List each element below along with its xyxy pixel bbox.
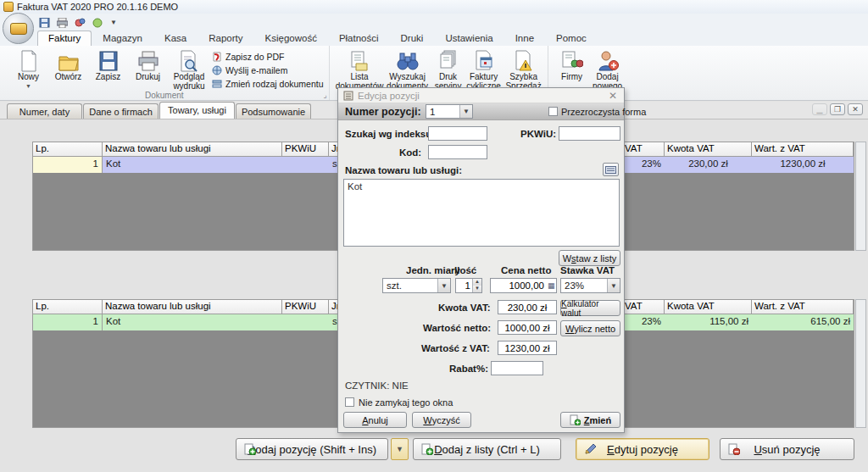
rabat-input[interactable]: [491, 361, 543, 375]
app-icon: [3, 2, 14, 12]
column-header-wart-z-vat[interactable]: Wart. z VAT: [752, 142, 854, 157]
style-brush-icon[interactable]: [75, 18, 86, 27]
quick-access-dropdown-icon[interactable]: ▼: [110, 19, 117, 26]
ilosc-input[interactable]: [456, 279, 472, 292]
zapisz-do-pdf-button[interactable]: Zapisz do PDF: [210, 51, 326, 63]
ribbon-tab-druki[interactable]: Druki: [390, 31, 435, 46]
zmien-button[interactable]: Zmień: [560, 412, 620, 428]
printer-icon: [137, 50, 159, 72]
wyczysc-button[interactable]: Wyczyść: [412, 412, 471, 428]
ribbon-tab-pomoc[interactable]: Pomoc: [545, 31, 598, 46]
otworz-button[interactable]: Otwórz: [48, 47, 88, 82]
tab-numer-daty[interactable]: Numer, daty: [7, 103, 82, 119]
ribbon-tab-kasa[interactable]: Kasa: [153, 31, 198, 46]
dodaj-pozycje-label: Dodaj pozycję (Shift + Ins): [248, 443, 376, 456]
column-header-pkwiu[interactable]: PKWiU: [282, 300, 329, 314]
column-header-pkwiu[interactable]: PKWiU: [282, 142, 329, 157]
help-icon[interactable]: [92, 18, 103, 27]
kod-input[interactable]: [428, 145, 487, 159]
mdi-close-button[interactable]: ✕: [848, 103, 863, 115]
ribbon-tab-platnosci[interactable]: Płatności: [328, 31, 390, 46]
wartosc-netto-label: Wartość netto:: [423, 323, 491, 333]
save-floppy-icon: [98, 50, 119, 72]
edytuj-pozycje-button[interactable]: Edytuj pozycję: [576, 438, 709, 460]
keyboard-button[interactable]: [603, 163, 619, 176]
wyszukaj-dokumenty-button[interactable]: Wyszukaj dokumenty: [383, 47, 432, 91]
zapisz-button[interactable]: Zapisz: [88, 47, 128, 82]
ribbon-tab-ustawienia[interactable]: Ustawienia: [434, 31, 504, 46]
edycja-pozycji-dialog: Edycja pozycji ✕ Numer pozycji: 1▼ Przez…: [337, 87, 625, 433]
column-header-vat[interactable]: VAT: [622, 142, 665, 157]
save-icon[interactable]: [39, 18, 50, 27]
upper-table-scrollbar[interactable]: [855, 142, 866, 251]
dodaj-z-listy-button[interactable]: Dodaj z listy (Ctrl + L): [413, 438, 561, 460]
calculator-mini-icon[interactable]: ▦: [548, 281, 555, 290]
quick-access-toolbar: ▼: [0, 14, 868, 31]
wyslij-emailem-label: Wyślij e-mailem: [225, 65, 287, 75]
szukaj-wg-indeksu-input[interactable]: [428, 126, 487, 141]
podglad-wydruku-label: Podgląd wydruku: [168, 73, 210, 91]
ribbon-tab-faktury[interactable]: Faktury: [37, 31, 92, 46]
column-header-kwota-vat[interactable]: Kwota VAT: [665, 142, 752, 157]
zmien-rodzaj-dokumentu-button[interactable]: Zmień rodzaj dokumentu: [210, 78, 326, 90]
print-icon[interactable]: [57, 18, 68, 27]
przezroczysta-forma-checkbox[interactable]: [548, 107, 558, 116]
nowy-dropdown-icon: ▼: [25, 83, 31, 89]
ribbon-tab-inne[interactable]: Inne: [504, 31, 545, 46]
mdi-restore-button[interactable]: ❐: [830, 103, 845, 115]
wartosc-z-vat-input[interactable]: [498, 341, 557, 355]
jedn-miary-select[interactable]: szt.▼: [382, 278, 451, 293]
faktury-cykliczne-button[interactable]: Faktury cykliczne: [465, 47, 504, 91]
ribbon-tab-raporty[interactable]: Raporty: [198, 31, 253, 46]
nowy-button[interactable]: Nowy ▼: [8, 47, 48, 89]
spinner-arrows-icon[interactable]: ▲▼: [472, 279, 481, 292]
ribbon-tab-ksiegowosc[interactable]: Księgowość: [254, 31, 328, 46]
nie-zamykaj-checkbox[interactable]: [345, 397, 354, 407]
dialog-titlebar[interactable]: Edycja pozycji ✕: [338, 88, 624, 103]
dodaj-pozycje-button[interactable]: Dodaj pozycję (Shift + Ins): [236, 438, 388, 460]
stawka-vat-select[interactable]: 23%▼: [560, 278, 620, 293]
column-header-lp[interactable]: Lp.: [33, 142, 103, 157]
tab-dane-o-firmach[interactable]: Dane o firmach: [83, 103, 159, 119]
column-header-vat[interactable]: VAT: [622, 300, 665, 314]
firmy-button[interactable]: Firmy: [555, 47, 589, 82]
application-menu-orb[interactable]: [3, 13, 34, 44]
edytuj-pozycje-label: Edytuj pozycję: [607, 443, 678, 456]
numer-pozycji-select[interactable]: 1▼: [426, 104, 473, 119]
wartosc-netto-input[interactable]: [498, 320, 557, 335]
dodaj-nowego-button[interactable]: Dodaj nowego: [589, 47, 626, 91]
column-header-nazwa[interactable]: Nazwa towaru lub usługi: [103, 300, 282, 314]
kwota-vat-input[interactable]: [498, 300, 557, 314]
nazwa-towaru-textarea[interactable]: Kot: [343, 179, 620, 247]
szybka-sprzedaz-button[interactable]: Szybka Sprzedaż: [504, 47, 544, 91]
tab-podsumowanie[interactable]: Podsumowanie: [236, 103, 311, 119]
ribbon-tab-magazyn[interactable]: Magazyn: [92, 31, 153, 46]
mdi-minimize-button[interactable]: ▁: [812, 103, 827, 115]
column-header-kwota-vat[interactable]: Kwota VAT: [665, 300, 752, 314]
chevron-down-icon: ▼: [607, 279, 620, 292]
wylicz-netto-label: Wylicz netto: [565, 324, 615, 334]
kalkulator-walut-button[interactable]: Kalkulator walut: [560, 300, 620, 316]
binoculars-icon: [397, 50, 419, 72]
dialog-launcher-icon[interactable]: ⌟: [323, 91, 326, 99]
druk-seryjny-button[interactable]: Druk seryjny: [432, 47, 465, 91]
otworz-label: Otwórz: [55, 73, 82, 82]
ilosc-spinner[interactable]: ▲▼: [455, 278, 482, 293]
anuluj-button[interactable]: Anuluj: [343, 412, 407, 428]
dialog-close-icon[interactable]: ✕: [607, 90, 619, 102]
drukuj-button[interactable]: Drukuj: [128, 47, 168, 82]
podglad-wydruku-button[interactable]: Podgląd wydruku: [168, 47, 210, 91]
pkwiu-input[interactable]: [559, 126, 620, 141]
column-header-lp[interactable]: Lp.: [33, 300, 103, 314]
wstaw-z-listy-button[interactable]: Wstaw z listy: [559, 250, 620, 266]
wyslij-emailem-button[interactable]: Wyślij e-mailem: [210, 64, 326, 76]
wylicz-netto-button[interactable]: Wylicz netto: [560, 320, 620, 336]
wstaw-z-listy-label: Wstaw z listy: [563, 253, 617, 264]
lista-dokumentow-button[interactable]: Lista dokumentów: [337, 47, 383, 91]
column-header-nazwa[interactable]: Nazwa towaru lub usługi: [103, 142, 282, 157]
usun-pozycje-button[interactable]: Usuń pozycję: [720, 438, 854, 460]
lower-table-scrollbar[interactable]: [855, 299, 866, 428]
dodaj-pozycje-dropdown-button[interactable]: ▼: [391, 438, 409, 460]
column-header-wart-z-vat[interactable]: Wart. z VAT: [752, 300, 854, 314]
tab-towary-uslugi[interactable]: Towary, usługi: [159, 102, 235, 119]
